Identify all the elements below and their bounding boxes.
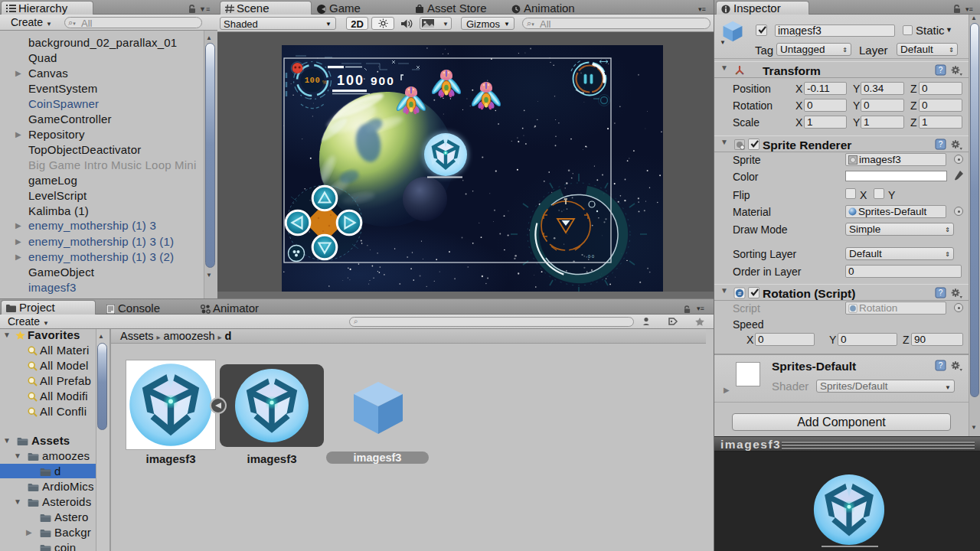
svg-text:900: 900 — [371, 74, 395, 87]
svg-text:?: ? — [939, 140, 943, 148]
svg-text:0·0: 0·0 — [588, 254, 594, 259]
svg-text:?: ? — [939, 361, 943, 370]
svg-text:?: ? — [939, 66, 943, 74]
svg-text:%: % — [322, 80, 327, 85]
svg-text:100: 100 — [337, 73, 364, 88]
svg-text:100: 100 — [305, 76, 320, 85]
svg-text:#: # — [738, 290, 742, 297]
svg-text:?: ? — [939, 289, 943, 297]
